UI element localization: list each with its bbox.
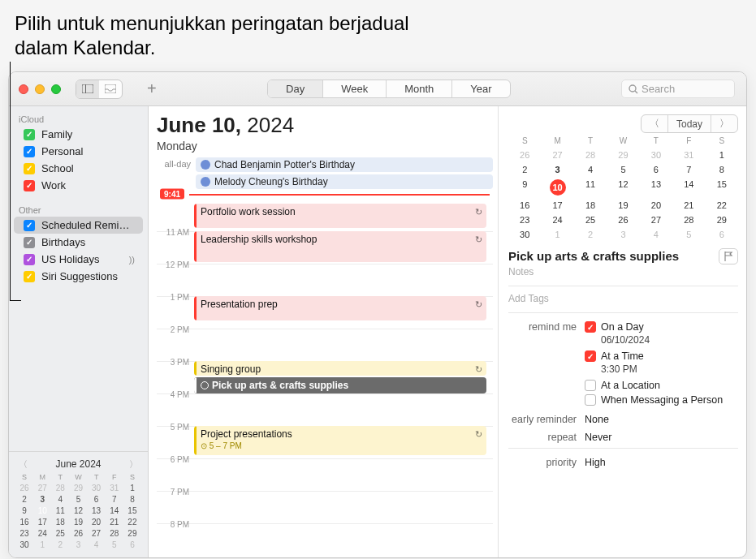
checkbox-icon[interactable]: ✓ [24, 129, 35, 140]
inbox-toggle[interactable] [99, 80, 122, 98]
month-grid[interactable]: SMTWTFS262728293031123456789101112131415… [508, 136, 738, 239]
date-cell[interactable]: 24 [33, 529, 51, 538]
date-cell[interactable]: 11 [51, 506, 69, 515]
date-cell[interactable]: 5 [106, 540, 123, 549]
date-cell[interactable]: 1 [33, 540, 51, 549]
date-cell[interactable]: 1 [123, 484, 141, 492]
event-pickup[interactable]: Pick up arts & crafts supplies [194, 377, 486, 393]
view-week[interactable]: Week [323, 80, 387, 97]
date-cell[interactable]: 18 [574, 200, 607, 210]
date-cell[interactable]: 17 [541, 200, 573, 210]
date-cell[interactable]: 14 [106, 506, 123, 515]
date-cell[interactable]: 23 [508, 215, 541, 225]
cal-school[interactable]: ✓School [14, 160, 143, 177]
cal-work[interactable]: ✓Work [14, 177, 143, 194]
view-month[interactable]: Month [387, 80, 452, 97]
on-day-value[interactable]: 06/10/2024 [601, 334, 738, 346]
date-cell[interactable]: 24 [541, 215, 573, 225]
date-cell[interactable]: 13 [88, 506, 106, 515]
cal-us-holidays[interactable]: ✓US Holidays)) [14, 251, 143, 268]
date-cell[interactable]: 27 [88, 529, 106, 538]
date-cell[interactable]: 25 [51, 529, 69, 538]
date-cell[interactable]: 26 [15, 484, 33, 492]
date-cell[interactable]: 28 [574, 150, 607, 160]
event-singing[interactable]: Singing group↻ [194, 361, 486, 376]
date-cell[interactable]: 13 [640, 179, 672, 196]
checkbox-icon[interactable]: ✓ [24, 220, 35, 231]
date-cell[interactable]: 2 [574, 230, 607, 239]
event-project[interactable]: Project presentations⊙ 5 – 7 PM↻ [194, 426, 486, 455]
date-cell[interactable]: 26 [69, 529, 87, 538]
checkbox-icon[interactable]: ✓ [24, 146, 35, 157]
flag-button[interactable] [719, 248, 738, 264]
date-cell[interactable]: 4 [640, 230, 672, 239]
event-presentation[interactable]: Presentation prep↻ [194, 296, 486, 320]
date-cell[interactable]: 30 [640, 150, 672, 160]
checkbox-icon[interactable]: ✓ [24, 271, 35, 282]
minimize-window[interactable] [35, 84, 45, 94]
date-cell[interactable]: 19 [69, 518, 87, 527]
date-cell[interactable]: 14 [672, 179, 705, 196]
date-cell[interactable]: 1 [541, 230, 573, 239]
date-cell[interactable]: 2 [51, 540, 69, 549]
search-field[interactable]: Search [621, 80, 735, 98]
early-reminder-value[interactable]: None [585, 414, 738, 425]
date-cell[interactable]: 29 [123, 529, 141, 538]
next-day[interactable]: 〉 [711, 115, 737, 132]
date-cell[interactable]: 9 [15, 506, 33, 515]
date-cell[interactable]: 25 [574, 215, 607, 225]
date-cell[interactable]: 12 [607, 179, 639, 196]
date-cell[interactable]: 20 [88, 518, 106, 527]
date-cell[interactable]: 3 [69, 540, 87, 549]
date-cell[interactable]: 9 [508, 179, 541, 196]
date-cell[interactable]: 22 [123, 518, 141, 527]
checkbox-at-time[interactable]: ✓ [585, 350, 596, 362]
date-cell[interactable]: 7 [672, 165, 705, 174]
today-button[interactable]: Today [668, 115, 711, 132]
date-cell[interactable]: 26 [607, 215, 639, 225]
date-cell[interactable]: 22 [706, 200, 738, 210]
date-cell[interactable]: 20 [640, 200, 672, 210]
date-cell[interactable]: 19 [607, 200, 639, 210]
close-window[interactable] [19, 84, 28, 94]
date-cell[interactable]: 28 [672, 215, 705, 225]
timeline[interactable]: 9:41 11 AM 12 PM 1 PM 2 PM 3 PM 4 PM 5 P… [157, 192, 493, 533]
date-cell[interactable]: 21 [672, 200, 705, 210]
date-cell[interactable]: 3 [541, 165, 573, 174]
cal-siri[interactable]: ✓Siri Suggestions [14, 268, 143, 285]
checkbox-icon[interactable]: ✓ [24, 237, 35, 248]
zoom-window[interactable] [51, 84, 61, 94]
checkbox-at-location[interactable] [585, 380, 596, 391]
date-cell[interactable]: 16 [508, 200, 541, 210]
date-cell[interactable]: 29 [69, 484, 87, 492]
date-cell[interactable]: 16 [15, 518, 33, 527]
cal-scheduled-reminders[interactable]: ✓Scheduled Remin… [14, 217, 143, 234]
repeat-value[interactable]: Never [585, 432, 738, 443]
checkbox-icon[interactable]: ✓ [24, 163, 35, 174]
date-cell[interactable]: 4 [88, 540, 106, 549]
view-day[interactable]: Day [268, 80, 323, 97]
date-cell[interactable]: 15 [123, 506, 141, 515]
date-cell[interactable]: 15 [706, 179, 738, 196]
date-cell[interactable]: 26 [508, 150, 541, 160]
mini-prev-month[interactable]: 〈 [19, 458, 28, 471]
cal-family[interactable]: ✓Family [14, 126, 143, 143]
date-cell[interactable]: 3 [33, 495, 51, 504]
date-cell[interactable]: 8 [706, 165, 738, 174]
date-cell[interactable]: 31 [672, 150, 705, 160]
notes-field[interactable]: Notes [508, 266, 738, 277]
event-leadership[interactable]: Leadership skills workshop↻ [194, 231, 486, 262]
cal-birthdays[interactable]: ✓Birthdays [14, 234, 143, 251]
date-cell[interactable]: 6 [706, 230, 738, 239]
checkbox-icon[interactable]: ✓ [24, 180, 35, 191]
date-cell[interactable]: 6 [123, 540, 141, 549]
date-cell[interactable]: 29 [607, 150, 639, 160]
date-cell[interactable]: 27 [640, 215, 672, 225]
add-tags[interactable]: Add Tags [508, 293, 738, 304]
view-year[interactable]: Year [452, 80, 509, 97]
date-cell[interactable]: 30 [15, 540, 33, 549]
date-cell[interactable]: 10 [541, 179, 573, 196]
allday-event[interactable]: Melody Cheung's Birthday [196, 174, 493, 189]
cal-personal[interactable]: ✓Personal [14, 143, 143, 160]
date-cell[interactable]: 21 [106, 518, 123, 527]
